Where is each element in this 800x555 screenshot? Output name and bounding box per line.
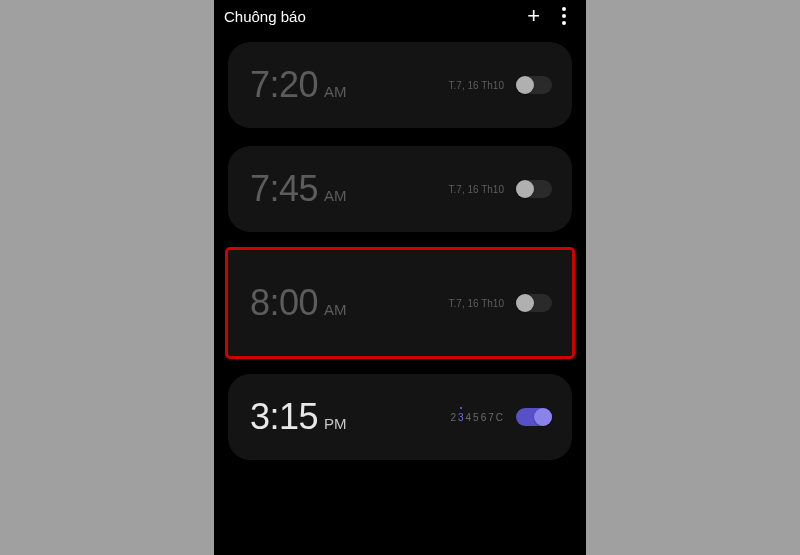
alarm-day: 5 bbox=[473, 412, 480, 423]
alarm-day: 3 bbox=[458, 412, 465, 423]
alarm-right: 234567C bbox=[450, 408, 552, 426]
alarm-toggle[interactable] bbox=[516, 294, 552, 312]
alarm-date: T.7, 16 Th10 bbox=[449, 80, 504, 91]
alarm-period: PM bbox=[324, 415, 347, 432]
alarm-days: 234567C bbox=[450, 412, 504, 423]
alarm-date: T.7, 16 Th10 bbox=[449, 184, 504, 195]
alarm-time: 3:15 bbox=[250, 396, 318, 438]
alarm-period: AM bbox=[324, 301, 347, 318]
alarm-date: T.7, 16 Th10 bbox=[449, 298, 504, 309]
alarm-toggle[interactable] bbox=[516, 180, 552, 198]
alarm-list: 7:20AMT.7, 16 Th107:45AMT.7, 16 Th108:00… bbox=[214, 32, 586, 460]
page-title: Chuông báo bbox=[224, 8, 306, 25]
alarm-day: C bbox=[496, 412, 504, 423]
alarm-toggle[interactable] bbox=[516, 76, 552, 94]
alarm-right: T.7, 16 Th10 bbox=[449, 76, 552, 94]
more-options-icon[interactable] bbox=[562, 7, 566, 25]
alarm-card[interactable]: 3:15PM234567C bbox=[228, 374, 572, 460]
alarm-time: 7:45 bbox=[250, 168, 318, 210]
alarm-right: T.7, 16 Th10 bbox=[449, 294, 552, 312]
alarm-time: 7:20 bbox=[250, 64, 318, 106]
alarm-card[interactable]: 8:00AMT.7, 16 Th10 bbox=[228, 250, 572, 356]
toggle-knob bbox=[516, 76, 534, 94]
alarm-card[interactable]: 7:45AMT.7, 16 Th10 bbox=[228, 146, 572, 232]
alarm-time-group: 7:45AM bbox=[250, 168, 347, 210]
alarm-time: 8:00 bbox=[250, 282, 318, 324]
add-alarm-icon[interactable]: + bbox=[527, 5, 540, 27]
alarm-day: 4 bbox=[466, 412, 473, 423]
alarm-day: 2 bbox=[450, 412, 457, 423]
alarm-card[interactable]: 7:20AMT.7, 16 Th10 bbox=[228, 42, 572, 128]
header-actions: + bbox=[527, 5, 566, 27]
alarm-time-group: 3:15PM bbox=[250, 396, 347, 438]
toggle-knob bbox=[534, 408, 552, 426]
toggle-knob bbox=[516, 180, 534, 198]
alarm-time-group: 8:00AM bbox=[250, 282, 347, 324]
alarm-day: 6 bbox=[481, 412, 488, 423]
alarm-right: T.7, 16 Th10 bbox=[449, 180, 552, 198]
app-header: Chuông báo + bbox=[214, 0, 586, 32]
alarm-period: AM bbox=[324, 83, 347, 100]
alarm-time-group: 7:20AM bbox=[250, 64, 347, 106]
alarm-toggle[interactable] bbox=[516, 408, 552, 426]
alarm-period: AM bbox=[324, 187, 347, 204]
alarm-day: 7 bbox=[488, 412, 495, 423]
phone-screen: Chuông báo + 7:20AMT.7, 16 Th107:45AMT.7… bbox=[214, 0, 586, 555]
toggle-knob bbox=[516, 294, 534, 312]
